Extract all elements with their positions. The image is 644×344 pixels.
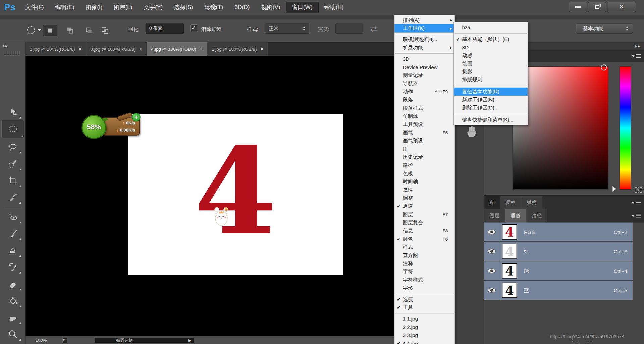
workspace-submenu-item-7[interactable]: 摄影 bbox=[454, 67, 528, 76]
workspace-submenu-item-4[interactable]: 3D bbox=[454, 43, 528, 51]
panel-tab-1[interactable]: 图层 bbox=[484, 209, 505, 223]
clone-stamp-tool[interactable] bbox=[4, 243, 21, 258]
feather-input[interactable]: 0 像素 bbox=[146, 23, 184, 34]
document-tab-2[interactable]: 3.jpg @ 100%(RGB/8)× bbox=[86, 42, 147, 56]
width-input[interactable] bbox=[335, 23, 363, 34]
window-menu-item-8[interactable]: Device Preview bbox=[394, 63, 454, 71]
window-menu-item-14[interactable]: 仿制源 bbox=[394, 112, 454, 120]
visibility-toggle[interactable] bbox=[484, 261, 499, 280]
selection-mode-add-button[interactable] bbox=[63, 25, 77, 36]
close-tab-icon[interactable]: × bbox=[200, 46, 203, 52]
window-menu-item-15[interactable]: 工具预设 bbox=[394, 120, 454, 129]
net-speed-widget[interactable]: ↑0K/s ↓0.08K/s 58% + bbox=[82, 112, 144, 140]
style-dropdown[interactable]: 正常 bbox=[265, 23, 309, 34]
window-menu-item-7[interactable]: 3D bbox=[394, 55, 454, 63]
visibility-toggle[interactable] bbox=[484, 281, 499, 300]
ellipse-marquee-tool[interactable] bbox=[1, 120, 24, 138]
window-menu-item-21[interactable]: 色板 bbox=[394, 169, 454, 178]
window-menu-item-16[interactable]: 画笔F5 bbox=[394, 129, 454, 137]
window-menu-item-38[interactable]: ✔工具 bbox=[394, 303, 454, 311]
quick-selection-tool[interactable] bbox=[4, 156, 21, 171]
panel-grip-icon[interactable] bbox=[5, 51, 21, 55]
workspace-submenu-item-11[interactable]: 新建工作区(N)... bbox=[454, 96, 528, 104]
eraser-tool[interactable] bbox=[4, 277, 21, 291]
document-tab-3[interactable]: 4.jpg @ 100%(RGB/8)× bbox=[147, 42, 207, 56]
window-menu-item-10[interactable]: 导航器 bbox=[394, 80, 454, 88]
menubar-item-11[interactable]: 帮助(H) bbox=[319, 2, 350, 13]
hue-slider[interactable] bbox=[620, 66, 631, 190]
eyedropper-tool[interactable] bbox=[4, 190, 21, 205]
channel-row-RGB[interactable]: 4RGBCtrl+2 bbox=[484, 223, 633, 241]
close-tab-icon[interactable]: × bbox=[139, 46, 142, 52]
window-menu-item-9[interactable]: 测量记录 bbox=[394, 71, 454, 79]
canvas-area[interactable]: 4 bbox=[25, 56, 396, 336]
window-menu-item-41[interactable]: 2 2.jpg bbox=[394, 323, 454, 331]
workspace-submenu-item-8[interactable]: 排版规则 bbox=[454, 76, 528, 84]
menubar-item-6[interactable]: 选择(S) bbox=[168, 2, 199, 13]
window-menu-item-2[interactable]: 工作区(K)▶ bbox=[394, 24, 454, 32]
window-menu-item-34[interactable]: 字符样式 bbox=[394, 276, 454, 284]
workspace-switcher-button[interactable]: 基本功能 bbox=[576, 23, 633, 34]
resize-grip-icon[interactable] bbox=[634, 187, 642, 193]
smudge-tool[interactable] bbox=[4, 310, 21, 325]
zoom-tool[interactable] bbox=[4, 327, 21, 342]
menubar-item-4[interactable]: 图层(L) bbox=[108, 2, 138, 13]
window-menu-item-40[interactable]: 1 1.jpg bbox=[394, 315, 454, 323]
document-tab-1[interactable]: 2.jpg @ 100%(RGB/8)× bbox=[25, 42, 86, 56]
window-menu-item-22[interactable]: 时间轴 bbox=[394, 178, 454, 186]
window-menu-item-12[interactable]: 段落 bbox=[394, 96, 454, 104]
workspace-submenu-item-1[interactable]: hza bbox=[454, 23, 528, 31]
window-menu-item-33[interactable]: 字符 bbox=[394, 268, 454, 276]
visibility-toggle[interactable] bbox=[484, 242, 499, 261]
window-menu-item-11[interactable]: 动作Alt+F9 bbox=[394, 88, 454, 96]
crop-tool[interactable] bbox=[4, 173, 21, 188]
window-menu-item-26[interactable]: 图层F7 bbox=[394, 210, 454, 218]
window-menu-item-18[interactable]: 库 bbox=[394, 145, 454, 153]
window-menu-item-1[interactable]: 排列(A)▶ bbox=[394, 16, 454, 24]
restore-button[interactable] bbox=[588, 2, 606, 12]
close-tab-icon[interactable]: × bbox=[261, 46, 263, 52]
channel-row-红[interactable]: 4红Ctrl+3 bbox=[484, 242, 633, 261]
close-button[interactable]: × bbox=[607, 2, 636, 12]
hue-slider-handle[interactable] bbox=[612, 186, 616, 192]
menubar-item-3[interactable]: 图像(I) bbox=[80, 2, 108, 13]
window-menu-item-37[interactable]: ✔选项 bbox=[394, 295, 454, 303]
panel-tab-3[interactable]: 路径 bbox=[526, 209, 547, 223]
panel-tab-1[interactable]: 库 bbox=[484, 196, 500, 209]
panel-tab-2[interactable]: 调整 bbox=[500, 196, 521, 209]
add-button[interactable]: + bbox=[132, 113, 141, 121]
window-menu-item-23[interactable]: 属性 bbox=[394, 186, 454, 194]
menubar-item-9[interactable]: 视图(V) bbox=[256, 2, 286, 13]
window-menu-item-20[interactable]: 路径 bbox=[394, 161, 454, 169]
hand-panel-icon[interactable] bbox=[466, 124, 477, 138]
channel-row-绿[interactable]: 4绿Ctrl+4 bbox=[484, 261, 633, 280]
workspace-submenu-item-12[interactable]: 删除工作区(D)... bbox=[454, 104, 528, 112]
window-menu-item-35[interactable]: 字形 bbox=[394, 284, 454, 292]
document-tab-4[interactable]: 1.jpg @ 100%(RGB/8)× bbox=[207, 42, 268, 56]
selection-mode-new-button[interactable] bbox=[43, 25, 57, 36]
workspace-submenu-item-3[interactable]: ✔基本功能（默认）(E) bbox=[454, 35, 528, 43]
panel-menu-icon[interactable] bbox=[632, 201, 641, 205]
color-marker-icon[interactable] bbox=[601, 64, 607, 70]
menubar-item-2[interactable]: 编辑(E) bbox=[50, 2, 80, 13]
panel-menu-icon[interactable] bbox=[632, 214, 641, 218]
move-tool[interactable] bbox=[4, 105, 21, 119]
window-menu-item-31[interactable]: 直方图 bbox=[394, 251, 454, 259]
selection-mode-intersect-button[interactable] bbox=[98, 25, 112, 36]
window-menu-item-5[interactable]: 扩展功能▶ bbox=[394, 44, 454, 52]
collapse-dock-icon[interactable]: ▶▶ bbox=[635, 44, 641, 48]
window-menu-item-4[interactable]: 联机浏览扩展... bbox=[394, 36, 454, 44]
workspace-submenu-item-10[interactable]: 复位基本功能(R) bbox=[454, 88, 528, 96]
window-menu-item-19[interactable]: 历史记录 bbox=[394, 153, 454, 161]
menubar-item-10[interactable]: 窗口(W) bbox=[286, 2, 318, 13]
status-tool-hint[interactable]: 椭圆选框 ▶ bbox=[95, 338, 194, 343]
window-menu-item-30[interactable]: 样式 bbox=[394, 243, 454, 251]
tool-preset-picker[interactable] bbox=[27, 26, 41, 34]
window-menu-item-17[interactable]: 画笔预设 bbox=[394, 137, 454, 145]
window-menu-item-24[interactable]: 调整 bbox=[394, 194, 454, 202]
menubar-item-5[interactable]: 文字(Y) bbox=[138, 2, 168, 13]
panel-tab-2[interactable]: 通道 bbox=[505, 209, 526, 223]
history-brush-tool[interactable] bbox=[4, 260, 21, 275]
workspace-submenu-item-6[interactable]: 绘画 bbox=[454, 59, 528, 67]
workspace-submenu-item-14[interactable]: 键盘快捷键和菜单(K)... bbox=[454, 116, 528, 124]
